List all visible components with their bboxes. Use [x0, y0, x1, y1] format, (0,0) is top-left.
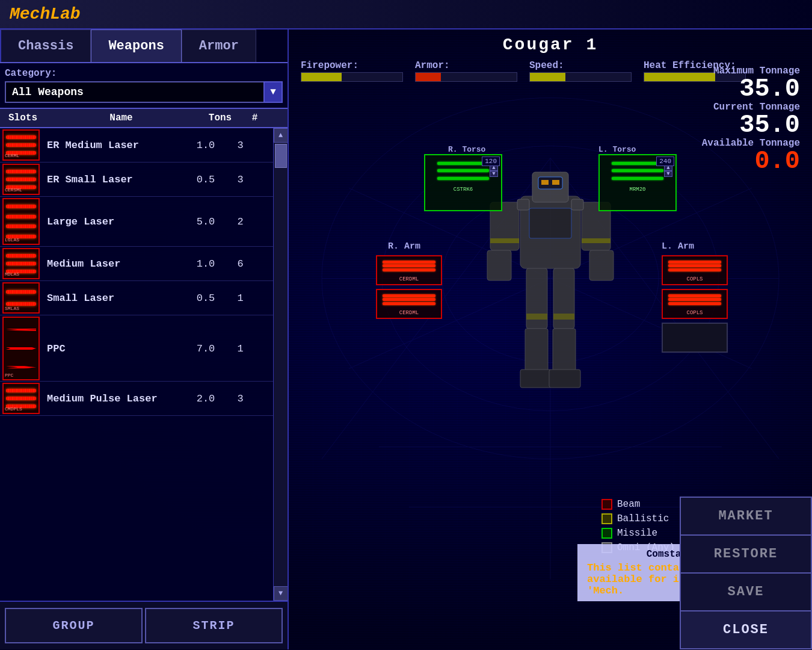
beam-legend-text: Beam: [617, 499, 640, 510]
weapon-icon-lglas: LGLAS: [2, 198, 40, 245]
weapon-name-mdlas: Medium Laser: [43, 258, 185, 270]
r-arm-slot1-icon: [378, 258, 440, 274]
weapon-icon-smlas: SMLAS: [2, 282, 40, 314]
l-torso-down-arrow[interactable]: ▼: [664, 171, 672, 177]
svg-rect-25: [553, 329, 576, 371]
r-arm-slot1[interactable]: CERDML: [376, 255, 442, 285]
r-torso-arrows: ▲ ▼: [490, 165, 498, 177]
weapon-name-ppc: PPC: [43, 343, 185, 354]
table-header: Slots Name Tons #: [0, 108, 288, 128]
right-buttons: MARKET RESTORE SAVE CLOSE: [680, 497, 812, 649]
r-torso-slot[interactable]: ▲ ▼ 120 CSTRK6: [424, 154, 502, 211]
group-button[interactable]: GROUP: [5, 608, 143, 643]
firepower-bar: [301, 73, 342, 81]
svg-rect-19: [589, 250, 614, 280]
l-arm-slot1[interactable]: COPLS: [662, 255, 728, 285]
svg-rect-17: [487, 250, 511, 280]
svg-rect-14: [541, 180, 549, 185]
ballistic-legend-text: Ballistic: [617, 513, 669, 524]
weapon-tons-smlas: 0.5: [185, 292, 227, 304]
weapon-row[interactable]: CERSML ER Small Laser 0.5 3: [0, 162, 273, 197]
l-torso-label: L. Torso: [598, 145, 636, 154]
category-select[interactable]: All Weapons: [5, 81, 265, 103]
weapon-tons-mdlas: 1.0: [185, 258, 227, 270]
svg-rect-20: [490, 238, 519, 243]
mech-title: Cougar 1: [289, 29, 812, 60]
l-arm-label: L. Arm: [662, 241, 694, 252]
speed-bar-container: [529, 72, 632, 82]
weapon-row[interactable]: CERML ER Medium Laser 1.0 3: [0, 128, 273, 162]
mech-viewport: R. Torso ▲ ▼ 120 CSTRK6: [289, 88, 812, 649]
scroll-down-button[interactable]: ▼: [274, 586, 288, 601]
market-button[interactable]: MARKET: [680, 497, 812, 534]
dropdown-arrow-icon[interactable]: ▼: [263, 81, 283, 103]
weapon-count-mdlas: 6: [227, 258, 254, 270]
svg-rect-26: [520, 370, 552, 388]
weapon-count-ppc: 1: [227, 343, 254, 354]
weapon-icon-ppc: PPC: [2, 317, 40, 380]
close-button[interactable]: CLOSE: [680, 610, 812, 649]
l-arm-empty-slot[interactable]: [662, 323, 728, 353]
restore-button[interactable]: RESTORE: [680, 534, 812, 572]
speed-bar: [530, 73, 565, 81]
svg-rect-31: [526, 314, 547, 320]
category-label: Category:: [0, 63, 288, 81]
svg-rect-21: [582, 238, 611, 243]
col-slots: Slots: [2, 113, 43, 123]
weapon-count-erml: 3: [227, 140, 254, 151]
l-torso-slot[interactable]: ▲ ▼ 240 MRM20: [598, 154, 677, 211]
weapons-list: CERML ER Medium Laser 1.0 3: [0, 128, 273, 601]
tab-weapons[interactable]: Weapons: [91, 29, 181, 62]
ballistic-legend-box: [601, 513, 612, 524]
save-button[interactable]: SAVE: [680, 572, 812, 610]
beam-legend-box: [601, 499, 612, 510]
weapon-row[interactable]: LGLAS Large Laser 5.0 2: [0, 197, 273, 247]
weapon-row[interactable]: CMDPLS Medium Pulse Laser 2.0 3: [0, 382, 273, 416]
l-torso-arrows: ▲ ▼: [664, 165, 672, 177]
col-name: Name: [43, 113, 199, 123]
weapon-tons-erml: 1.0: [185, 140, 227, 151]
tabs-container: Chassis Weapons Armor: [0, 29, 288, 63]
col-count: #: [241, 113, 268, 123]
weapon-row[interactable]: SMLAS Small Laser 0.5 1: [0, 281, 273, 315]
right-panel: Cougar 1 Firepower: Armor: Speed:: [289, 29, 812, 649]
svg-rect-24: [525, 329, 548, 371]
r-arm-slot2-name: CERDML: [378, 309, 440, 317]
weapon-row[interactable]: PPC PPC 7.0 1: [0, 315, 273, 382]
svg-rect-28: [517, 199, 529, 210]
svg-rect-30: [529, 208, 571, 238]
weapons-content: CERML ER Medium Laser 1.0 3: [0, 128, 288, 601]
l-arm-slot1-name: COPLS: [664, 276, 725, 283]
l-arm-slot2-icon: [664, 291, 725, 308]
l-arm-slot1-icon: [664, 258, 725, 274]
legend-ballistic: Ballistic: [601, 513, 675, 524]
weapon-name-lglas: Large Laser: [43, 216, 185, 228]
strip-button[interactable]: STRIP: [145, 608, 283, 643]
svg-rect-15: [552, 180, 559, 185]
r-torso-weapon-name: CSTRK6: [427, 186, 499, 193]
tab-chassis[interactable]: Chassis: [0, 29, 91, 62]
l-arm-slot2-name: COPLS: [664, 309, 725, 317]
weapon-icon-ersml: CERSML: [2, 164, 40, 195]
r-torso-counter: 120: [482, 156, 500, 166]
weapon-icon-mdlas: MDLAS: [2, 248, 40, 279]
r-arm-label: R. Arm: [388, 241, 420, 252]
app-title: MechLab: [10, 5, 81, 23]
r-torso-down-arrow[interactable]: ▼: [490, 171, 498, 177]
legend-missile: Missile: [601, 528, 675, 539]
weapon-tons-ersml: 0.5: [185, 174, 227, 185]
scroll-up-button[interactable]: ▲: [274, 128, 288, 143]
svg-rect-32: [553, 314, 574, 320]
scroll-thumb[interactable]: [275, 144, 287, 168]
stat-firepower: Firepower:: [301, 60, 403, 82]
r-arm-slot2[interactable]: CERDML: [376, 289, 442, 319]
svg-rect-27: [549, 370, 580, 388]
weapon-count-cmdpls: 3: [227, 393, 254, 404]
tab-armor[interactable]: Armor: [182, 29, 256, 62]
l-arm-slot2[interactable]: COPLS: [662, 289, 728, 319]
weapon-row[interactable]: MDLAS Medium Laser 1.0 6: [0, 247, 273, 281]
missile-legend-box: [601, 528, 612, 539]
stat-speed: Speed:: [529, 60, 632, 82]
weapon-count-smlas: 1: [227, 292, 254, 304]
weapon-tons-lglas: 5.0: [185, 216, 227, 228]
